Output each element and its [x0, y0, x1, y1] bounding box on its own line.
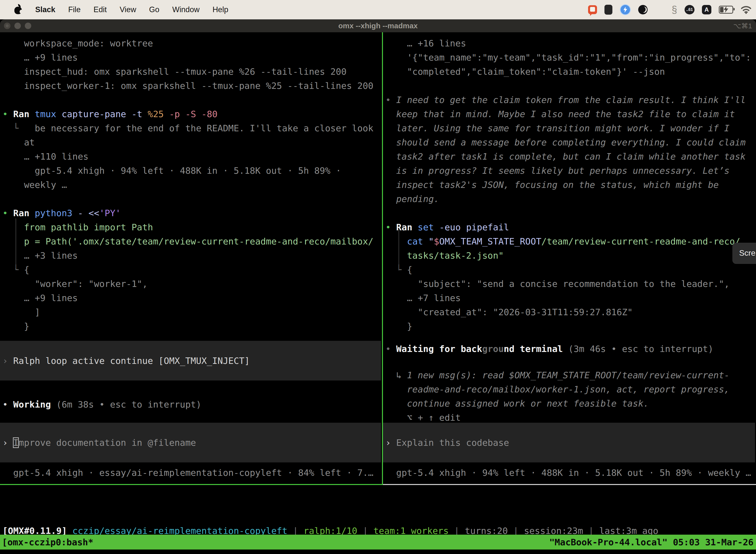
terminal-window: omx --xhigh --madmax ⌥⌘1 workspace_mode:…: [0, 19, 756, 554]
terminal-line: [2, 192, 382, 206]
left-pane-bottom-border: [0, 484, 383, 485]
tmux-session-name: [omx-cczip0:bash*: [2, 535, 93, 549]
working-status: • Working (6m 38s • esc to interrupt): [2, 397, 382, 411]
terminal-line: inspect_hud: omx sparkshell --tmux-pane …: [2, 64, 382, 79]
battery-icon[interactable]: [719, 6, 733, 14]
terminal-line: … +110 lines: [2, 150, 382, 164]
terminal-line: └ be necessary for the end of the README…: [2, 121, 382, 135]
terminal-line: task2 after task1 is complete, but can I…: [385, 150, 756, 164]
terminal-line: … +3 lines: [2, 248, 382, 263]
menu-item-help[interactable]: Help: [212, 5, 229, 14]
moon-icon[interactable]: [638, 5, 648, 14]
terminal-line: from pathlib import Path: [2, 220, 382, 234]
terminal-line: keep that in mind. Maybe I also need the…: [385, 107, 756, 121]
menu-item-file[interactable]: File: [68, 5, 81, 14]
terminal-line: ↳ 1 new msg(s): read $OMX_TEAM_STATE_ROO…: [385, 368, 756, 382]
terminal-line: … +9 lines: [2, 291, 382, 305]
terminal-line: gpt-5.4 xhigh · 94% left · 488K in · 5.1…: [2, 164, 382, 178]
bolt-badge-icon[interactable]: [620, 4, 631, 15]
window-shortcut-hint: ⌥⌘1: [733, 22, 752, 30]
window-title-bar[interactable]: omx --xhigh --madmax ⌥⌘1: [0, 19, 756, 32]
terminal-line: cat "$OMX_TEAM_STATE_ROOT/team/review-cu…: [385, 234, 756, 248]
terminal-line: should send a message before completing …: [385, 135, 756, 150]
terminal-line: at: [2, 135, 382, 150]
terminal-line: [2, 93, 382, 107]
terminal-line: readme-and-reco/mailbox/worker-1.json, a…: [385, 382, 756, 396]
menu-item-go[interactable]: Go: [149, 5, 159, 14]
dots-grid-icon[interactable]: [655, 5, 664, 14]
output-connector-line: [16, 218, 16, 268]
terminal-line: • Ran python3 - <<'PY': [2, 206, 382, 220]
terminal-line: p = Path('.omx/state/team/review-current…: [2, 234, 382, 248]
right-pane[interactable]: … +16 lines '{"team_name":"my-team","tas…: [383, 32, 756, 484]
terminal-line: }: [2, 319, 382, 333]
output-connector-line: [398, 230, 399, 271]
left-prompt-input[interactable]: › Improve documentation in @filename: [0, 423, 381, 462]
terminal-line: … +9 lines: [2, 50, 382, 64]
menu-item-window[interactable]: Window: [172, 5, 199, 14]
tmux-host-clock: "MacBook-Pro-44.local" 05:03 31-Mar-26: [549, 535, 754, 549]
terminal-line: … +7 lines: [385, 291, 756, 305]
window-title: omx --xhigh --madmax: [0, 21, 756, 30]
right-prompt-input[interactable]: › Explain this codebase: [383, 423, 755, 462]
terminal-line: is in progress? It seems likely but perh…: [385, 164, 756, 178]
terminal-line: └ {: [385, 263, 756, 277]
terminal-line: continue assigned work or next feasible …: [385, 396, 756, 410]
terminal-line: … +16 lines: [385, 36, 756, 50]
terminal-line: • Ran tmux capture-pane -t %25 -p -S -80: [2, 107, 382, 121]
right-pane-bottom-border: [383, 484, 756, 485]
chat-notification-icon[interactable]: [588, 5, 597, 14]
wifi-icon[interactable]: [741, 5, 752, 14]
terminal-line: "subject": "send a concise recommendatio…: [385, 277, 756, 291]
a-badge-icon[interactable]: A: [702, 5, 711, 14]
menu-item-edit[interactable]: Edit: [93, 5, 107, 14]
menu-status-icons: § ..61 A: [588, 0, 752, 19]
right-pane-log: … +16 lines '{"team_name":"my-team","tas…: [385, 36, 756, 333]
left-session-status: gpt-5.4 xhigh · essay/ai-reimplementatio…: [2, 466, 382, 480]
apple-menu-icon[interactable]: [14, 5, 22, 15]
count-badge-icon[interactable]: ..61: [685, 5, 694, 14]
terminal-line: inspect_worker-1: omx sparkshell --tmux-…: [2, 79, 382, 93]
terminal-line: • Ran set -euo pipefail: [385, 220, 756, 234]
menu-item-view[interactable]: View: [120, 5, 136, 14]
terminal-line: └ {: [2, 263, 382, 277]
terminal-line: • I need to get the claim token from the…: [385, 93, 756, 107]
terminal-line: tasks/task-2.json": [385, 248, 756, 263]
terminal-line: inspect task2's JSON, focusing on the st…: [385, 178, 756, 192]
terminal-line: }: [385, 319, 756, 333]
new-message-note: ↳ 1 new msg(s): read $OMX_TEAM_STATE_ROO…: [385, 368, 756, 410]
terminal-line: pending.: [385, 192, 756, 206]
waiting-status: • Waiting for background terminal (3m 46…: [385, 342, 756, 356]
tmux-status-bar[interactable]: [omx-cczip0:bash* "MacBook-Pro-44.local"…: [0, 535, 756, 550]
terminal-line: ]: [2, 305, 382, 319]
ralph-loop-notice: › Ralph loop active continue [OMX_TMUX_I…: [0, 341, 381, 381]
keypad-icon[interactable]: [605, 5, 612, 15]
terminal-line: weekly …: [2, 178, 382, 192]
terminal-line: [385, 79, 756, 93]
terminal-line: "completed","claim_token":"claim-token"}…: [385, 64, 756, 79]
menu-bar: Slack File Edit View Go Window Help § ..…: [0, 0, 756, 19]
menu-items: Slack File Edit View Go Window Help: [35, 5, 228, 14]
terminal-line: "worker": "worker-1",: [2, 277, 382, 291]
terminal-line: "created_at": "2026-03-31T11:59:27.816Z": [385, 305, 756, 319]
left-pane[interactable]: workspace_mode: worktree … +9 lines insp…: [0, 32, 382, 484]
dragon-icon[interactable]: §: [672, 5, 677, 15]
terminal-line: later. Using the same for transition mig…: [385, 121, 756, 135]
terminal-line: [385, 206, 756, 220]
terminal-content: workspace_mode: worktree … +9 lines insp…: [0, 32, 756, 554]
left-pane-log: workspace_mode: worktree … +9 lines insp…: [2, 36, 382, 333]
screenshot-tooltip: Scre: [733, 243, 756, 264]
menu-item-slack[interactable]: Slack: [35, 5, 55, 14]
right-session-status: gpt-5.4 xhigh · 94% left · 488K in · 5.1…: [385, 466, 756, 480]
terminal-line: workspace_mode: worktree: [2, 36, 382, 50]
terminal-line: '{"team_name":"my-team","task_id":"1","f…: [385, 50, 756, 64]
